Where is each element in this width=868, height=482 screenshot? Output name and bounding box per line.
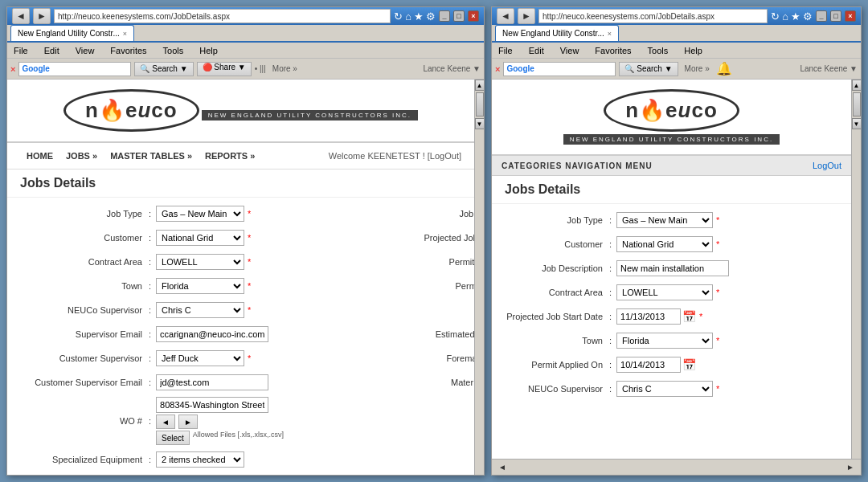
scroll-up-btn-right[interactable]: ▲ (852, 80, 862, 91)
search-btn-left[interactable]: 🔍 Search ▼ (134, 62, 193, 76)
scroll-down-btn-right[interactable]: ▼ (852, 118, 862, 129)
menu-view-right[interactable]: View (557, 44, 583, 57)
job-type-required-right: * (716, 215, 719, 225)
permit-applied-label-right: Permit Applied On (505, 360, 609, 370)
job-type-select[interactable]: Gas – New Main (156, 206, 244, 222)
menu-bar-left: File Edit View Favorites Tools Help (7, 43, 484, 59)
scroll-up-btn-left[interactable]: ▲ (475, 80, 485, 91)
tab-close-right[interactable]: × (608, 30, 612, 38)
minimize-button-right[interactable]: _ (816, 10, 827, 22)
neuco-logo-left: n🔥euco (63, 89, 199, 132)
close-button-right[interactable]: × (845, 10, 856, 22)
permit-received-row: Permit Received : 📅 (414, 276, 474, 296)
maximize-button-left[interactable]: □ (453, 10, 465, 22)
menu-favorites-left[interactable]: Favorites (107, 44, 149, 57)
tabs-bar-right: New England Utility Constr... × (492, 25, 861, 43)
customer-select-right[interactable]: National Grid (616, 236, 713, 252)
customer-supervisor-row: Customer Supervisor : Jeff Duck * (20, 349, 398, 368)
specialized-equipment-select[interactable]: 2 items checked (156, 451, 244, 468)
menu-edit-left[interactable]: Edit (41, 44, 63, 57)
scroll-thumb-right[interactable] (853, 92, 861, 116)
home-icon[interactable]: ⌂ (405, 10, 411, 22)
supervisor-email-input[interactable] (156, 326, 268, 342)
projected-job-input-right[interactable] (616, 308, 681, 325)
tab-label-left: New England Utility Constr... (18, 29, 120, 38)
menu-help-left[interactable]: Help (196, 44, 221, 57)
projected-job-calendar-right[interactable]: 📅 (682, 310, 696, 323)
refresh-icon-right[interactable]: ↻ (771, 10, 780, 22)
share-btn-left[interactable]: 🔴 Share ▼ (197, 62, 252, 76)
search-btn-right[interactable]: 🔍 Search ▼ (619, 62, 678, 76)
tab-left-active[interactable]: New England Utility Constr... × (10, 25, 134, 41)
address-bar-left[interactable] (54, 9, 391, 23)
neuco-subtitle-right: NEW ENGLAND UTILITY CONSTRUCTORS INC. (563, 134, 780, 145)
forward-button[interactable]: ► (33, 8, 51, 24)
menu-help-right[interactable]: Help (681, 44, 706, 57)
wo-next-btn[interactable]: ► (178, 415, 198, 429)
wo-input[interactable] (156, 397, 268, 413)
back-button[interactable]: ◄ (12, 8, 30, 24)
menu-file-left[interactable]: File (10, 44, 31, 57)
neuco-supervisor-row: NEUCo Supervisor : Chris C * (20, 300, 398, 320)
contract-area-row: Contract Area : LOWELL * (20, 252, 398, 272)
customer-supervisor-select[interactable]: Jeff Duck (156, 350, 244, 366)
close-button-left[interactable]: × (468, 10, 479, 22)
supervisor-email-row: Supervisor Email : (20, 325, 398, 344)
tab-close-left[interactable]: × (123, 30, 127, 38)
town-label: Town (20, 281, 149, 291)
contract-area-required-right: * (716, 288, 719, 297)
projected-job-row-right: Projected Job Start Date : 📅 * (505, 307, 838, 326)
nav-jobs-left[interactable]: JOBS » (59, 148, 104, 164)
refresh-icon[interactable]: ↻ (394, 10, 403, 22)
job-type-row-right: Job Type : Gas – New Main * (505, 210, 838, 230)
maximize-button-right[interactable]: □ (830, 10, 841, 22)
nav-reports-left[interactable]: REPORTS » (199, 148, 261, 164)
back-button-right[interactable]: ◄ (497, 8, 514, 24)
minimize-button-left[interactable]: _ (439, 10, 450, 22)
add-link[interactable]: Add (156, 474, 170, 475)
more-label-left[interactable]: More » (272, 64, 297, 73)
customer-select[interactable]: National Grid (156, 230, 244, 246)
wo-prev-btn[interactable]: ◄ (156, 415, 175, 429)
home-icon-right[interactable]: ⌂ (782, 10, 788, 22)
materials-needed-row: Materials Needed : 2 items checked (414, 373, 474, 392)
more-label-right[interactable]: More » (685, 64, 710, 73)
contract-area-select[interactable]: LOWELL (156, 254, 244, 270)
close-x-left[interactable]: × (10, 64, 15, 74)
scroll-thumb-left[interactable] (476, 92, 484, 116)
scroll-down-btn-left[interactable]: ▼ (475, 118, 485, 129)
menu-tools-right[interactable]: Tools (645, 44, 672, 57)
customer-required-right: * (716, 239, 719, 249)
form-left-col: Job Type : Gas – New Main * Customer : (20, 204, 398, 475)
permit-applied-input-right[interactable] (616, 357, 681, 373)
tab-right-active[interactable]: New England Utility Constr... × (495, 25, 619, 41)
close-x-right[interactable]: × (495, 64, 500, 74)
address-bar-right[interactable] (538, 9, 768, 23)
site-nav-left: HOME JOBS » MASTER TABLES » REPORTS » We… (7, 143, 474, 170)
permit-applied-calendar-right[interactable]: 📅 (682, 358, 696, 371)
menu-favorites-right[interactable]: Favorites (592, 44, 634, 57)
toolbar-left: × Google 🔍 Search ▼ 🔴 Share ▼ • ||| More… (7, 59, 484, 80)
town-select-right[interactable]: Florida (616, 333, 713, 349)
customer-supervisor-email-input[interactable] (156, 374, 268, 390)
menu-edit-right[interactable]: Edit (526, 44, 547, 57)
town-select[interactable]: Florida (156, 278, 244, 294)
neuco-supervisor-select-right[interactable]: Chris C (616, 381, 713, 397)
forward-button-right[interactable]: ► (518, 8, 535, 24)
neuco-supervisor-select[interactable]: Chris C (156, 302, 244, 318)
contract-area-select-right[interactable]: LOWELL (616, 284, 713, 300)
job-description-input-right[interactable] (616, 260, 729, 276)
menu-file-right[interactable]: File (495, 44, 516, 57)
menu-view-left[interactable]: View (72, 44, 98, 57)
star-icon[interactable]: ★ (414, 10, 424, 22)
star-icon-right[interactable]: ★ (791, 10, 800, 22)
wo-select-btn[interactable]: Select (156, 431, 190, 445)
neuco-flame-right: 🔥 (639, 98, 665, 122)
tools-icon[interactable]: ⚙ (426, 10, 436, 22)
menu-tools-left[interactable]: Tools (160, 44, 187, 57)
tools-icon-right[interactable]: ⚙ (803, 10, 813, 22)
nav-master-tables-left[interactable]: MASTER TABLES » (104, 148, 199, 164)
nav-home-left[interactable]: HOME (20, 148, 59, 164)
logout-link-right[interactable]: LogOut (813, 161, 841, 170)
job-type-select-right[interactable]: Gas – New Main (616, 212, 713, 228)
